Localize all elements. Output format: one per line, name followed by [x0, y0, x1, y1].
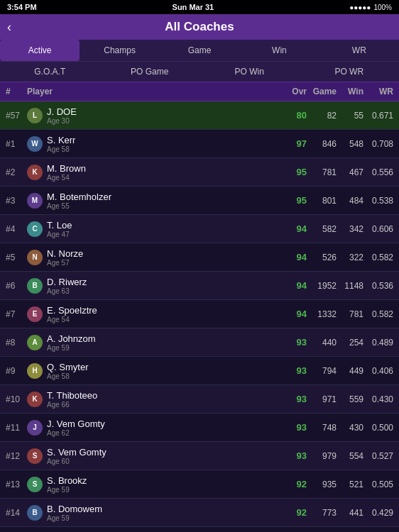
- player-info: E. Spoelztre Age 54: [47, 305, 282, 323]
- player-name: B. Domowem: [47, 504, 282, 514]
- player-info: M. Brown Age 54: [47, 163, 282, 182]
- player-rank: #8: [6, 338, 27, 348]
- table-row[interactable]: #3 M M. Botemholzer Age 55 95 801 484 0.…: [0, 187, 399, 215]
- table-row[interactable]: #12 S S. Vem Gomty Age 60 93 979 554 0.5…: [0, 442, 399, 470]
- stat-game: 1332: [307, 309, 337, 319]
- player-info: J. DOE Age 30: [47, 106, 282, 125]
- stat-wr: 0.500: [364, 423, 393, 433]
- player-age: Age 54: [47, 316, 282, 323]
- avatar: S: [27, 448, 43, 464]
- stat-ovr: 94: [282, 309, 307, 319]
- table-row[interactable]: #11 J J. Vem Gomty Age 62 93 748 430 0.5…: [0, 414, 399, 442]
- tab2-po-win[interactable]: PO Win: [200, 62, 300, 82]
- table-row[interactable]: #57 L J. DOE Age 30 80 82 55 0.671: [0, 101, 399, 130]
- player-info: D. Riwerz Age 63: [47, 277, 282, 295]
- stat-game: 971: [307, 394, 337, 404]
- stat-ovr: 93: [282, 365, 307, 376]
- avatar: A: [27, 335, 43, 350]
- player-name: A. Johnzom: [47, 333, 282, 344]
- player-name: J. Vem Gomty: [47, 419, 282, 429]
- stat-wr: 0.489: [364, 338, 393, 348]
- player-name: S. Vem Gomty: [47, 447, 282, 458]
- player-age: Age 54: [47, 174, 282, 182]
- stat-ovr: 94: [282, 252, 307, 262]
- stat-game: 1952: [307, 281, 337, 291]
- stat-win: 441: [337, 508, 364, 518]
- stat-ovr: 94: [282, 280, 307, 291]
- tab-active[interactable]: Active: [0, 40, 80, 61]
- tab-champs[interactable]: Champs: [80, 40, 159, 61]
- player-age: Age 30: [47, 117, 282, 125]
- tab-wr[interactable]: WR: [319, 40, 399, 61]
- col-player: Player: [27, 87, 282, 96]
- stat-game: 82: [307, 111, 337, 121]
- table-row[interactable]: #6 B D. Riwerz Age 63 94 1952 1148 0.536: [0, 272, 399, 300]
- player-rank: #4: [6, 224, 27, 234]
- table-row[interactable]: #15 T T. Jemkimz Age 40 92 447 231 0.391: [0, 527, 399, 532]
- player-rank: #5: [6, 253, 27, 262]
- table-row[interactable]: #2 K M. Brown Age 54 95 781 467 0.556: [0, 158, 399, 187]
- avatar: C: [27, 221, 43, 237]
- stat-wr: 0.606: [364, 224, 393, 234]
- player-list: #57 L J. DOE Age 30 80 82 55 0.671 #1 W …: [0, 101, 399, 532]
- player-info: N. Norze Age 57: [47, 248, 282, 267]
- stat-win: 449: [337, 366, 364, 376]
- player-age: Age 59: [47, 344, 282, 352]
- stat-wr: 0.406: [364, 366, 393, 376]
- table-row[interactable]: #4 C T. Loe Age 47 94 582 342 0.606: [0, 215, 399, 243]
- player-age: Age 60: [47, 458, 282, 465]
- player-age: Age 59: [47, 514, 282, 522]
- status-bar: 3:54 PM Sun Mar 31 ●●●●● 100%: [0, 0, 399, 14]
- tab2-po-game[interactable]: PO Game: [100, 62, 200, 82]
- stat-ovr: 94: [282, 223, 307, 234]
- player-age: Age 58: [47, 145, 282, 153]
- player-rank: #3: [6, 196, 27, 206]
- player-name: N. Norze: [47, 248, 282, 259]
- player-info: Q. Smyter Age 58: [47, 362, 282, 380]
- avatar: W: [27, 136, 43, 152]
- table-row[interactable]: #14 B B. Domowem Age 59 92 773 441 0.429: [0, 499, 399, 527]
- stat-win: 55: [337, 111, 364, 121]
- player-info: T. Thiboteeo Age 66: [47, 390, 282, 409]
- tab-win[interactable]: Win: [239, 40, 319, 61]
- stat-win: 467: [337, 167, 364, 177]
- table-row[interactable]: #5 N N. Norze Age 57 94 526 322 0.582: [0, 243, 399, 272]
- player-info: M. Botemholzer Age 55: [47, 192, 282, 210]
- table-row[interactable]: #10 K T. Thiboteeo Age 66 93 971 559 0.4…: [0, 385, 399, 414]
- player-name: M. Botemholzer: [47, 192, 282, 202]
- status-indicators: ●●●●● 100%: [349, 4, 392, 11]
- player-rank: #9: [6, 366, 27, 376]
- player-info: J. Vem Gomty Age 62: [47, 419, 282, 437]
- stat-ovr: 95: [282, 167, 307, 177]
- col-ovr: Ovr: [282, 87, 307, 96]
- player-name: D. Riwerz: [47, 277, 282, 287]
- tab-game[interactable]: Game: [160, 40, 239, 61]
- player-name: T. Thiboteeo: [47, 390, 282, 401]
- player-rank: #14: [6, 508, 27, 518]
- stat-ovr: 93: [282, 394, 307, 404]
- stat-ovr: 93: [282, 422, 307, 433]
- table-row[interactable]: #13 S S. Brookz Age 59 92 935 521 0.505: [0, 470, 399, 499]
- player-age: Age 57: [47, 259, 282, 267]
- stat-game: 935: [307, 480, 337, 489]
- stat-game: 773: [307, 508, 337, 518]
- stat-game: 781: [307, 167, 337, 177]
- avatar: L: [27, 108, 43, 123]
- avatar: J: [27, 420, 43, 436]
- player-info: S. Brookz Age 59: [47, 475, 282, 494]
- avatar: K: [27, 165, 43, 180]
- tab2-po-wr[interactable]: PO WR: [300, 62, 400, 82]
- stat-wr: 0.538: [364, 196, 393, 206]
- tab2-goat[interactable]: G.O.A.T: [0, 62, 100, 82]
- stat-ovr: 97: [282, 138, 307, 149]
- player-age: Age 47: [47, 231, 282, 238]
- player-name: T. Loe: [47, 220, 282, 231]
- stat-game: 526: [307, 253, 337, 262]
- table-row[interactable]: #1 W S. Kerr Age 58 97 846 548 0.708: [0, 130, 399, 158]
- table-row[interactable]: #9 H Q. Smyter Age 58 93 794 449 0.406: [0, 357, 399, 385]
- table-row[interactable]: #7 E E. Spoelztre Age 54 94 1332 781 0.5…: [0, 300, 399, 328]
- stat-ovr: 93: [282, 337, 307, 348]
- back-button[interactable]: ‹: [7, 20, 11, 35]
- player-name: M. Brown: [47, 163, 282, 174]
- table-row[interactable]: #8 A A. Johnzom Age 59 93 440 254 0.489: [0, 328, 399, 357]
